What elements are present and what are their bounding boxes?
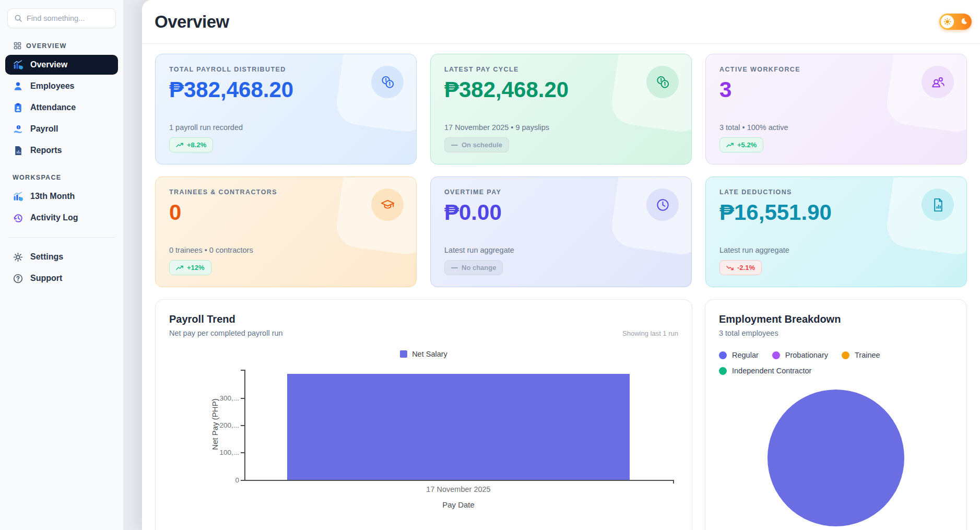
y-axis-line bbox=[244, 370, 245, 481]
stat-cards-grid: TOTAL PAYROLL DISTRIBUTED ₱382,468.20 1 … bbox=[155, 54, 967, 287]
sidebar-item-employees[interactable]: Employees bbox=[5, 76, 118, 96]
bar-net-salary bbox=[287, 374, 630, 480]
dashboard-content: TOTAL PAYROLL DISTRIBUTED ₱382,468.20 1 … bbox=[142, 44, 980, 530]
stat-card-total-payroll: TOTAL PAYROLL DISTRIBUTED ₱382,468.20 1 … bbox=[155, 54, 417, 164]
trending-up-icon bbox=[726, 143, 734, 148]
dash-icon bbox=[451, 267, 458, 269]
stat-label: ACTIVE WORKFORCE bbox=[719, 66, 953, 73]
legend-label: Trainee bbox=[855, 351, 880, 359]
axis-tick bbox=[673, 480, 674, 484]
stat-subtext: 0 trainees • 0 contractors bbox=[169, 246, 403, 254]
coin-hand-icon bbox=[13, 124, 23, 135]
topbar: Overview bbox=[142, 0, 980, 44]
sidebar-item-settings[interactable]: Settings bbox=[5, 247, 118, 267]
search-input[interactable] bbox=[27, 14, 109, 22]
chart-title: Employment Breakdown bbox=[719, 313, 953, 325]
stat-label: TRAINEES & CONTRACTORS bbox=[169, 189, 403, 196]
coins-icon bbox=[371, 66, 404, 98]
stat-value: 3 bbox=[719, 78, 953, 101]
legend-dot bbox=[772, 351, 780, 359]
legend-label: Net Salary bbox=[412, 350, 447, 358]
legend-label: Regular bbox=[732, 351, 759, 359]
chart-subtitle: Net pay per completed payroll run bbox=[169, 329, 283, 337]
trend-badge: +5.2% bbox=[719, 137, 763, 152]
trend-badge: +12% bbox=[169, 260, 211, 275]
pie-chart bbox=[768, 390, 904, 526]
sidebar-item-label: Employees bbox=[30, 81, 74, 91]
axis-tick bbox=[241, 425, 244, 426]
bar-chart: Net Pay (PHP) 300,... 200,... 100,... 0 … bbox=[169, 366, 678, 522]
sidebar-item-label: Overview bbox=[30, 60, 67, 69]
report-document-icon bbox=[13, 145, 23, 156]
sidebar-item-label: Reports bbox=[30, 146, 62, 155]
clipboard-check-icon bbox=[13, 102, 23, 113]
stat-subtext: 1 payroll run recorded bbox=[169, 123, 403, 132]
sidebar-section-overview-header: OVERVIEW bbox=[0, 42, 123, 50]
sidebar-item-support[interactable]: Support bbox=[5, 268, 118, 288]
badge-label: -2.1% bbox=[737, 264, 755, 272]
legend-item-trainee: Trainee bbox=[842, 351, 880, 359]
theme-toggle[interactable] bbox=[939, 14, 972, 30]
trending-down-icon bbox=[726, 265, 734, 270]
question-circle-icon bbox=[13, 273, 23, 284]
sidebar-item-label: 13th Month bbox=[30, 192, 75, 201]
legend-item-regular: Regular bbox=[719, 351, 759, 359]
stat-value: ₱16,551.90 bbox=[719, 201, 953, 224]
users-icon bbox=[922, 66, 954, 98]
analytics-chart-icon bbox=[13, 191, 23, 202]
grid-icon bbox=[14, 42, 21, 50]
legend-item-independent-contractor: Independent Contractor bbox=[719, 367, 811, 375]
status-badge: On schedule bbox=[444, 137, 509, 152]
sidebar-item-reports[interactable]: Reports bbox=[5, 140, 118, 160]
sidebar-item-overview[interactable]: Overview bbox=[5, 55, 118, 75]
analytics-chart-icon bbox=[13, 60, 23, 70]
axis-tick bbox=[241, 398, 244, 399]
y-tick-label: 200,... bbox=[196, 421, 239, 429]
badge-label: No change bbox=[462, 264, 496, 272]
y-tick-label: 0 bbox=[196, 476, 239, 484]
stat-subtext: 17 November 2025 • 9 payslips bbox=[444, 123, 678, 132]
coins-icon bbox=[646, 66, 679, 98]
sidebar-item-label: Support bbox=[30, 274, 62, 283]
stat-card-trainees-contractors: TRAINEES & CONTRACTORS 0 0 trainees • 0 … bbox=[155, 176, 417, 287]
chart-subtitle: 3 total employees bbox=[719, 329, 953, 337]
y-tick-label: 100,... bbox=[196, 449, 239, 456]
sidebar-item-attendance[interactable]: Attendance bbox=[5, 98, 118, 117]
sidebar-item-label: Settings bbox=[30, 252, 63, 262]
section-label: WORKSPACE bbox=[13, 174, 61, 181]
trending-up-icon bbox=[176, 265, 183, 270]
stat-label: LATE DEDUCTIONS bbox=[719, 189, 953, 196]
stat-subtext: Latest run aggregate bbox=[719, 246, 953, 254]
stat-value: 0 bbox=[169, 201, 403, 224]
stat-value: ₱382,468.20 bbox=[444, 78, 678, 101]
axis-tick bbox=[241, 480, 244, 481]
payroll-trend-card: Payroll Trend Net pay per completed payr… bbox=[155, 299, 692, 530]
trending-up-icon bbox=[176, 143, 183, 148]
stat-value: ₱0.00 bbox=[444, 201, 678, 224]
sidebar-item-13th-month[interactable]: 13th Month bbox=[5, 186, 118, 206]
trend-badge: -2.1% bbox=[719, 260, 762, 275]
employment-breakdown-card: Employment Breakdown 3 total employees R… bbox=[705, 299, 967, 530]
stat-label: LATEST PAY CYCLE bbox=[444, 66, 678, 73]
badge-label: +12% bbox=[187, 264, 205, 272]
sun-icon bbox=[941, 15, 954, 28]
sidebar-section-workspace-header: WORKSPACE bbox=[0, 174, 123, 181]
gear-icon bbox=[13, 252, 23, 263]
search-box[interactable] bbox=[7, 8, 116, 28]
search-icon bbox=[14, 14, 22, 22]
sidebar-item-activity-log[interactable]: Activity Log bbox=[5, 208, 118, 228]
axis-tick bbox=[241, 370, 244, 371]
person-icon bbox=[13, 81, 23, 92]
moon-icon bbox=[960, 17, 968, 28]
badge-label: On schedule bbox=[462, 141, 502, 149]
sidebar-item-label: Attendance bbox=[30, 103, 76, 112]
stat-value: ₱382,468.20 bbox=[169, 78, 403, 101]
history-clock-icon bbox=[13, 213, 23, 223]
page-title: Overview bbox=[155, 12, 229, 32]
x-tick-label: 17 November 2025 bbox=[287, 485, 630, 493]
trend-badge: +8.2% bbox=[169, 137, 213, 152]
legend-dot bbox=[842, 351, 849, 359]
sidebar-item-payroll[interactable]: Payroll bbox=[5, 119, 118, 139]
y-tick-label: 300,... bbox=[196, 394, 239, 402]
stat-card-active-workforce: ACTIVE WORKFORCE 3 3 total • 100% active… bbox=[705, 54, 967, 164]
